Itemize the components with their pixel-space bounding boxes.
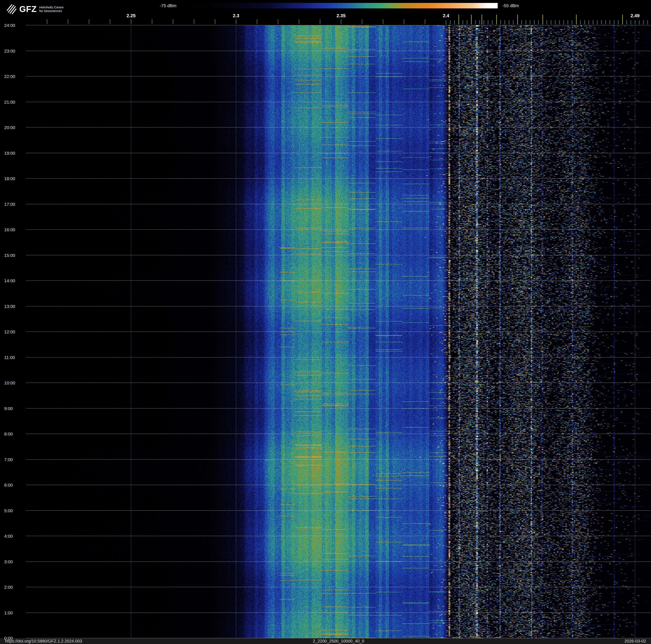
hour-gridline — [26, 587, 651, 587]
channel-tick — [505, 20, 505, 24]
time-label: 3:00 — [4, 559, 23, 564]
time-label: 13:00 — [4, 304, 23, 309]
hour-gridline — [26, 485, 651, 485]
time-label: 15:00 — [4, 253, 23, 258]
minor-tick — [404, 19, 404, 24]
minor-tick — [68, 19, 68, 24]
time-label: 8:00 — [4, 432, 23, 437]
hour-gridline — [26, 281, 651, 281]
minor-tick — [383, 19, 383, 24]
time-label: 23:00 — [4, 49, 23, 54]
channel-tick — [568, 20, 568, 24]
time-label: 0:00 — [4, 636, 23, 641]
channel-tick — [635, 20, 635, 24]
gfz-logo-text: GFZ — [19, 4, 37, 14]
minor-tick — [320, 19, 320, 24]
hour-gridline — [26, 612, 651, 613]
channel-tick — [626, 20, 627, 24]
channel-tick — [606, 20, 606, 24]
filename-text: 2_2200_2500_10000_40_0 — [313, 639, 364, 644]
channel-tick — [479, 20, 480, 24]
frequency-label: 2.4 — [443, 13, 450, 19]
footer-bar: https://doi.org/10.5880/GFZ.1.2.2024.003… — [0, 638, 651, 644]
channel-tick — [509, 20, 509, 24]
frequency-gridline — [635, 25, 635, 638]
channel-tick — [534, 20, 534, 24]
date-text: 2026-03-02 — [624, 639, 646, 644]
signal-marker-tick — [517, 15, 518, 24]
hour-gridline — [26, 127, 651, 127]
time-label: 4:00 — [4, 534, 23, 539]
signal-marker-tick — [542, 15, 543, 24]
hour-gridline — [26, 459, 651, 460]
time-label: 22:00 — [4, 74, 23, 79]
time-label: 24:00 — [4, 23, 23, 28]
channel-tick — [446, 20, 446, 24]
channel-tick — [551, 20, 551, 24]
channel-tick — [463, 20, 463, 24]
channel-tick — [526, 20, 526, 24]
channel-tick — [500, 20, 501, 24]
time-label: 21:00 — [4, 99, 23, 105]
hour-gridline — [26, 638, 651, 638]
channel-tick — [618, 20, 618, 24]
hour-gridline — [26, 204, 651, 204]
signal-marker-tick — [482, 15, 482, 24]
time-label: 2:00 — [4, 585, 23, 590]
time-label: 14:00 — [4, 278, 23, 283]
hour-gridline — [26, 408, 651, 409]
gfz-logo-subtitle: Helmholtz Centre for Geosciences — [39, 5, 64, 12]
frequency-label: 2.3 — [233, 13, 239, 19]
signal-marker-tick — [576, 15, 577, 24]
frequency-gridline — [341, 25, 341, 638]
gfz-logo: GFZ Helmholtz Centre for Geosciences — [5, 3, 64, 15]
hour-gridline — [26, 153, 651, 153]
channel-tick — [614, 20, 614, 24]
time-label: 6:00 — [4, 482, 23, 488]
minor-tick — [173, 19, 173, 24]
channel-tick — [601, 20, 602, 24]
channel-tick — [538, 20, 539, 24]
time-label: 12:00 — [4, 329, 23, 334]
frequency-label: 2.25 — [127, 13, 136, 19]
hour-gridline — [26, 51, 651, 51]
signal-marker-tick — [471, 15, 472, 24]
time-label: 20:00 — [4, 125, 23, 130]
frequency-label: 2.49 — [631, 13, 640, 19]
time-label: 10:00 — [4, 380, 23, 385]
channel-tick — [484, 20, 484, 24]
hour-gridline — [26, 383, 651, 383]
minor-tick — [362, 19, 362, 24]
channel-tick — [563, 20, 564, 24]
time-label: 18:00 — [4, 176, 23, 181]
minor-tick — [425, 19, 425, 24]
time-label: 9:00 — [4, 406, 23, 411]
minor-tick — [215, 19, 215, 24]
minor-tick — [89, 19, 89, 24]
minor-tick — [47, 19, 47, 24]
channel-tick — [593, 20, 593, 24]
minor-tick — [131, 19, 131, 24]
channel-tick — [631, 20, 631, 24]
channel-tick — [584, 20, 585, 24]
hour-gridline — [26, 357, 651, 357]
colorbar: -75 dBm -55 dBm — [160, 3, 519, 8]
channel-tick — [450, 20, 451, 24]
channel-tick — [589, 20, 589, 24]
time-label: 11:00 — [4, 355, 23, 360]
colorbar-max-label: -55 dBm — [502, 3, 519, 8]
hour-gridline — [26, 25, 651, 25]
spectrogram-page: GFZ Helmholtz Centre for Geosciences -75… — [0, 0, 651, 644]
channel-tick — [639, 20, 640, 24]
time-label: 5:00 — [4, 508, 23, 513]
gfz-logo-subtitle-line2: for Geosciences — [39, 9, 62, 12]
hour-gridline — [26, 229, 651, 230]
channel-tick — [467, 20, 467, 24]
frequency-gridline — [446, 25, 446, 638]
channel-tick — [643, 20, 644, 24]
channel-tick — [530, 20, 530, 24]
hour-gridline — [26, 561, 651, 562]
channel-tick — [555, 20, 555, 24]
channel-tick — [475, 20, 476, 24]
gfz-logo-icon — [5, 3, 17, 15]
